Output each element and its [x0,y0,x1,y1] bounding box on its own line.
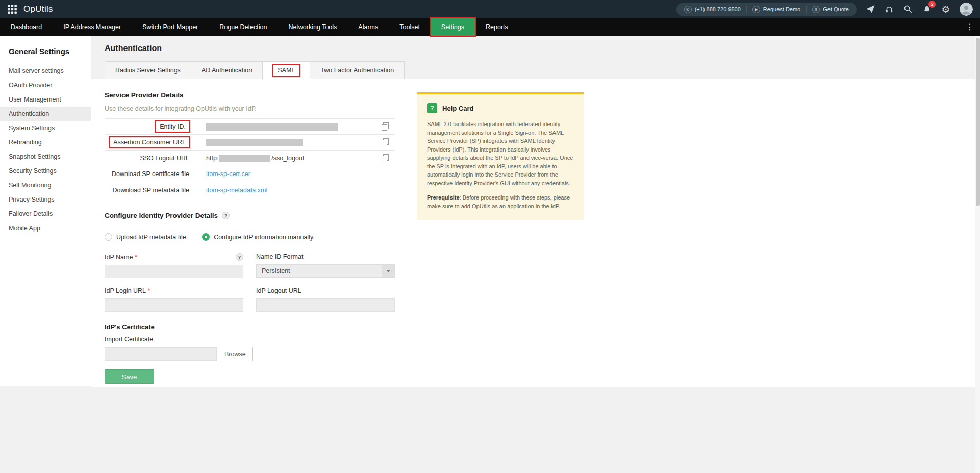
import-certificate-input[interactable] [105,347,217,361]
request-demo-text: Request Demo [763,6,800,12]
quote-icon: $ [812,6,820,13]
settings-gear-icon[interactable]: ⚙ [941,4,951,14]
notifications-bell-icon[interactable]: 2 [922,4,932,14]
nav-overflow-menu-icon[interactable]: ⋮ [963,18,977,36]
help-card-header: ? Help Card [427,103,573,113]
chevron-down-icon[interactable] [382,265,394,277]
configure-idp-help-icon[interactable]: ? [222,212,230,219]
assertion-consumer-url-label: Assertion Consumer URL [110,137,189,147]
prerequisite-label: Prerequisite [427,194,460,201]
copy-icon[interactable] [382,154,389,162]
send-feedback-icon[interactable] [865,4,875,14]
vertical-scrollbar[interactable] [975,36,980,473]
sp-certificate-download-link[interactable]: itom-sp-cert.cer [206,170,250,178]
idp-logout-url-label: IdP Logout URL [256,287,301,294]
tab-two-factor-authentication[interactable]: Two Factor Authentication [310,61,405,79]
sidebar-item-authentication[interactable]: Authentication [0,107,91,121]
sidebar-item-snapshot-settings[interactable]: Snapshot Settings [0,150,91,164]
nav-settings[interactable]: Settings [431,18,475,36]
name-id-format-select[interactable]: Persistent [256,264,395,278]
request-demo-link[interactable]: ▶ Request Demo [746,6,806,13]
idp-login-url-field-group: IdP Login URL * [105,287,243,312]
sp-certificate-label: Download SP certificate file [105,170,189,178]
sidebar-title: General Settings [0,36,91,64]
tab-radius-server-settings[interactable]: Radius Server Settings [105,61,191,79]
idp-logout-url-field-group: IdP Logout URL [256,287,395,312]
divider [105,226,395,226]
sso-logout-url-label: SSO Logout URL [105,155,189,162]
tab-ad-authentication[interactable]: AD Authentication [191,61,263,79]
upload-idp-metadata-radio[interactable]: Upload IdP metadata file. [105,233,188,241]
search-icon[interactable] [903,4,913,14]
sidebar-item-mail-server-settings[interactable]: Mail server settings [0,64,91,78]
user-avatar[interactable] [960,3,973,16]
sidebar-item-mobile-app[interactable]: Mobile App [0,221,91,235]
sidebar-item-oauth-provider[interactable]: OAuth Provider [0,78,91,92]
main-nav: Dashboard IP Address Manager Switch Port… [0,18,980,36]
idp-login-url-input[interactable] [105,298,243,312]
oputils-app: OpUtils ✆ (+1) 888 720 9500 ▶ Request De… [0,0,980,473]
sp-certificate-value-cell: itom-sp-cert.cer [189,170,395,178]
apps-grid-icon[interactable] [7,4,17,14]
radio-unselected-icon[interactable] [105,233,112,241]
import-certificate-row: Browse [105,347,975,361]
idp-name-label: IdP Name [105,254,133,261]
required-marker: * [148,287,150,294]
nav-toolset[interactable]: Toolset [389,18,431,36]
help-card-title: Help Card [442,105,473,112]
idp-name-label-row: IdP Name * ? [105,253,243,261]
sso-logout-value-cell: http: /sso_logout [189,154,395,162]
entity-id-label-cell: Entity ID. [105,121,189,132]
idp-name-input[interactable] [105,265,243,278]
support-headset-icon[interactable] [884,4,894,14]
nav-switch-port-mapper[interactable]: Switch Port Mapper [132,18,209,36]
nav-dashboard[interactable]: Dashboard [0,18,53,36]
sidebar-item-self-monitoring[interactable]: Self Monitoring [0,178,91,192]
phone-number-text: (+1) 888 720 9500 [695,6,741,12]
sidebar-item-security-settings[interactable]: Security Settings [0,164,91,178]
idp-fields-row-2: IdP Login URL * IdP Logout URL [105,287,975,312]
browse-button[interactable]: Browse [218,347,253,361]
get-quote-text: Get Quote [823,6,849,12]
save-button[interactable]: Save [105,369,154,384]
sidebar-item-user-management[interactable]: User Management [0,92,91,107]
service-provider-table: Entity ID. Assertion Consumer URL [105,118,395,198]
configure-idp-manually-radio[interactable]: Configure IdP information manually. [202,233,315,241]
notification-count-badge: 2 [928,1,936,8]
entity-id-label: Entity ID. [156,121,189,132]
idp-logout-url-input[interactable] [256,298,395,312]
topbar-right: ✆ (+1) 888 720 9500 ▶ Request Demo $ Get… [676,3,973,16]
sp-metadata-value-cell: itom-sp-metadata.xml [189,187,395,194]
content-area: Authentication Radius Server Settings AD… [91,36,980,473]
nav-alarms[interactable]: Alarms [347,18,389,36]
nav-ip-address-manager[interactable]: IP Address Manager [53,18,132,36]
sidebar-item-rebranding[interactable]: Rebranding [0,135,91,150]
phone-icon: ✆ [684,6,692,13]
name-id-format-field-group: Name ID Format Persistent [256,253,395,278]
import-certificate-label: Import Certificate [105,336,975,343]
copy-icon[interactable] [382,122,389,131]
sso-url-prefix: http: [206,155,218,162]
sidebar-item-privacy-settings[interactable]: Privacy Settings [0,192,91,207]
nav-networking-tools[interactable]: Networking Tools [278,18,347,36]
tab-saml[interactable]: SAML [262,61,310,80]
sp-metadata-download-link[interactable]: itom-sp-metadata.xml [206,187,267,194]
help-card-prerequisite: Prerequisite: Before proceeding with the… [427,193,573,210]
app-logo[interactable]: OpUtils [23,4,53,14]
phone-number-link[interactable]: ✆ (+1) 888 720 9500 [679,6,746,13]
copy-icon[interactable] [382,138,389,146]
idp-fields-row-1: IdP Name * ? Name ID Format Persistent [105,253,975,278]
radio-selected-icon[interactable] [202,233,210,241]
get-quote-link[interactable]: $ Get Quote [806,6,855,13]
sidebar-item-failover-details[interactable]: Failover Details [0,207,91,221]
idp-login-url-label: IdP Login URL [105,287,146,294]
idp-name-help-icon[interactable]: ? [236,253,243,261]
required-marker: * [135,254,137,261]
authentication-tabs: Radius Server Settings AD Authentication… [105,61,405,80]
name-id-format-label: Name ID Format [256,253,303,260]
sidebar-item-system-settings[interactable]: System Settings [0,121,91,135]
acs-redacted-value [206,139,303,146]
scrollbar-thumb[interactable] [976,38,980,206]
nav-rogue-detection[interactable]: Rogue Detection [209,18,278,36]
nav-reports[interactable]: Reports [475,18,519,36]
